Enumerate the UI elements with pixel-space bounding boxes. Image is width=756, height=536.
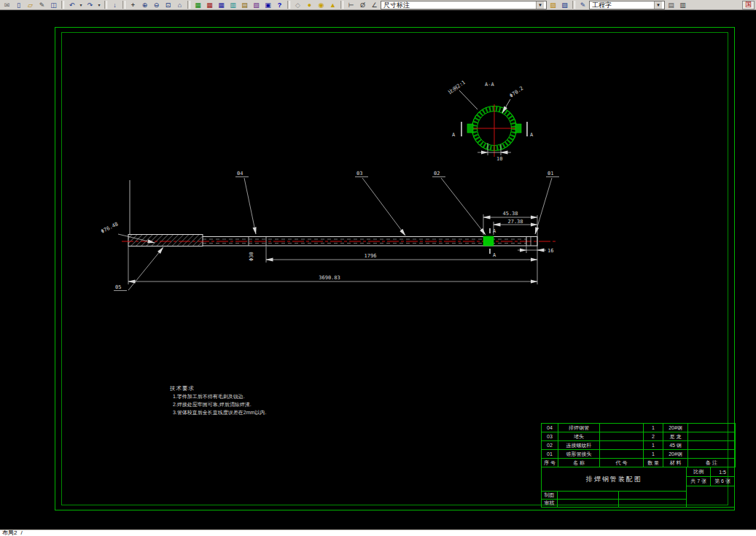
- send-mail-icon[interactable]: ✉: [1, 1, 12, 9]
- sphere-tool-icon[interactable]: ●: [304, 1, 315, 9]
- statusbar: 布局2 /: [0, 529, 756, 536]
- table-tool-red-icon[interactable]: ▦: [204, 1, 215, 9]
- note-line: 3.管体校直后全长直线度误差在2mm以内.: [170, 408, 266, 416]
- text-style-combo[interactable]: 工程字 ▼: [589, 1, 665, 9]
- maker-label: 制图: [542, 492, 558, 499]
- cone-tool-icon[interactable]: ▲: [327, 1, 338, 9]
- bom-no: 02: [542, 441, 558, 450]
- svg-text:01: 01: [547, 171, 553, 176]
- layer-stack-blue-icon[interactable]: ▨: [559, 1, 570, 9]
- bom-table: 04 排焊钢管 1 20#钢 03 堵头 2 尼 龙: [541, 423, 736, 467]
- help-icon[interactable]: ?: [274, 1, 285, 9]
- bom-row: 01 锥形管接头 1 20#钢: [542, 450, 736, 459]
- note-line: 2.焊接处应牢固可靠,焊后清除焊渣.: [170, 400, 266, 408]
- dim-16-label: 16: [547, 248, 553, 254]
- chevron-down-icon[interactable]: ▼: [536, 1, 544, 9]
- dim-1796-label: 1796: [365, 253, 377, 259]
- bom-material: 尼 龙: [663, 432, 688, 441]
- dim-45-label: 45.38: [502, 211, 518, 217]
- redo-dropdown-icon[interactable]: ▾: [96, 1, 102, 9]
- open-file-icon[interactable]: ▱: [25, 1, 36, 9]
- drawing-title: 排焊钢管装配图: [542, 467, 686, 492]
- bom-code: [600, 450, 644, 459]
- redo-icon[interactable]: ↷: [85, 1, 96, 9]
- bom-name: 连接螺纹杆: [558, 441, 600, 450]
- section-title-label: A-A: [485, 82, 494, 88]
- section-key-right: [515, 124, 521, 133]
- table-tool-cyan-icon[interactable]: ▥: [227, 1, 238, 9]
- note-line: 1.零件加工后不得有毛刺及锐边.: [170, 392, 266, 400]
- zoom-window-icon[interactable]: ⊡: [163, 1, 174, 9]
- sheet-no: 第 6 张: [711, 477, 734, 486]
- maker-row: 制图: [542, 492, 686, 500]
- table-tool-blue-icon[interactable]: ▦: [216, 1, 227, 9]
- bom-note: [688, 432, 736, 441]
- torus-tool-icon[interactable]: ◉: [316, 1, 327, 9]
- notes-title: 技术要求: [170, 384, 266, 392]
- bom-note: [688, 450, 736, 459]
- ole-object-icon[interactable]: ▣: [262, 1, 273, 9]
- dim-dia30-label: Φ30: [249, 252, 254, 261]
- table-tool-olive-icon[interactable]: ▤: [239, 1, 250, 9]
- bom-no: 04: [542, 424, 558, 432]
- dim-total-label: 3690.83: [319, 275, 340, 281]
- checker-row: 审核: [542, 500, 686, 507]
- text-pen-icon[interactable]: ✎: [577, 1, 588, 9]
- technical-notes: 技术要求 1.零件加工后不得有毛刺及锐边. 2.焊接处应牢固可靠,焊后清除焊渣.…: [170, 384, 266, 416]
- layout-tab[interactable]: 布局2: [2, 530, 17, 536]
- plot-icon[interactable]: ▥: [677, 1, 688, 9]
- toolbar-separator: [340, 1, 343, 9]
- bom-note: [688, 441, 736, 450]
- bom-qty: 1: [644, 424, 663, 432]
- bom-row: 02 连接螺纹杆 1 45 钢: [542, 441, 736, 450]
- scale-label: 比例: [687, 467, 711, 476]
- print-preview-icon[interactable]: ◫: [48, 1, 59, 9]
- toolbar-separator: [287, 1, 290, 9]
- zoom-in-icon[interactable]: ⊕: [139, 1, 150, 9]
- new-file-icon[interactable]: ▯: [13, 1, 24, 9]
- wall-mount-hatch: [128, 235, 203, 246]
- bom-code: [600, 432, 644, 441]
- edit-pen-icon[interactable]: ✎: [36, 1, 47, 9]
- toolbar-left-group: ✉ ▯ ▱ ✎ ◫ ↶ ▾ ↷ ▾ ↓: [1, 1, 380, 9]
- section-key-left: [467, 124, 473, 133]
- bom-material: 20#钢: [663, 450, 688, 459]
- toolbar-separator: [187, 1, 190, 9]
- undo-icon[interactable]: ↶: [66, 1, 77, 9]
- dim-angular-icon[interactable]: ∠: [369, 1, 380, 9]
- toolbar-separator: [61, 1, 64, 9]
- bom-code: [600, 424, 644, 432]
- table-tool-purple-icon[interactable]: ▧: [251, 1, 262, 9]
- bom-qty: 1: [644, 450, 663, 459]
- bom-material: 20#钢: [663, 424, 688, 432]
- undo-dropdown-icon[interactable]: ▾: [78, 1, 84, 9]
- toolbar-separator: [122, 1, 125, 9]
- table-tool-green-icon[interactable]: ▦: [192, 1, 203, 9]
- toolbar: ✉ ▯ ▱ ✎ ◫ ↶ ▾ ↷ ▾ ↓: [0, 0, 756, 10]
- zoom-out-icon[interactable]: ⊖: [151, 1, 162, 9]
- dim-27-label: 27.38: [507, 219, 523, 225]
- ime-indicator-icon[interactable]: 国: [742, 1, 755, 9]
- selected-connector-part[interactable]: [483, 236, 494, 246]
- bom-header-row: 序 号 名 称 代 号 数 量 材 料 备 注: [542, 459, 736, 467]
- toolbar-right-group: ▤ ▥: [666, 1, 688, 9]
- toolbar-separator: [104, 1, 107, 9]
- style-manager-icon[interactable]: ▤: [666, 1, 677, 9]
- chevron-down-icon[interactable]: ▼: [654, 1, 662, 9]
- dimension-style-combo[interactable]: 尺寸标注 ▼: [381, 1, 547, 9]
- svg-text:05: 05: [115, 284, 121, 290]
- text-style-value: 工程字: [592, 1, 612, 9]
- notes-list: 1.零件加工后不得有毛刺及锐边. 2.焊接处应牢固可靠,焊后清除焊渣. 3.管体…: [170, 392, 266, 416]
- zoom-extents-icon[interactable]: ⌂: [174, 1, 185, 9]
- bom-row: 04 排焊钢管 1 20#钢: [542, 424, 736, 432]
- bom-material: 45 钢: [663, 441, 688, 450]
- dim-linear-icon[interactable]: ⊢: [346, 1, 356, 9]
- sheet-total: 共 7 张: [687, 477, 711, 486]
- layer-stack-icon[interactable]: ▨: [547, 1, 558, 9]
- bom-qty: 1: [644, 441, 663, 450]
- scale-value: 1:5: [711, 467, 734, 476]
- insert-block-icon[interactable]: ↓: [109, 1, 120, 9]
- pan-icon[interactable]: +: [128, 1, 139, 9]
- dim-diameter-icon[interactable]: Ø: [357, 1, 368, 9]
- surface-tool-icon[interactable]: ◇: [292, 1, 303, 9]
